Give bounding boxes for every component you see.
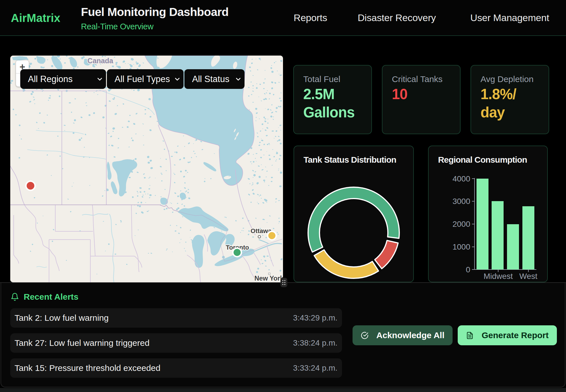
svg-text:3000: 3000 xyxy=(453,197,470,206)
svg-text:4000: 4000 xyxy=(453,174,470,183)
svg-text:Canada: Canada xyxy=(87,57,113,65)
svg-text:Midwest: Midwest xyxy=(484,272,513,281)
svg-text:1000: 1000 xyxy=(453,242,470,251)
svg-text:West: West xyxy=(519,272,537,281)
svg-text:0: 0 xyxy=(466,265,470,274)
svg-text:New York: New York xyxy=(255,275,283,282)
svg-text:2000: 2000 xyxy=(453,220,470,228)
